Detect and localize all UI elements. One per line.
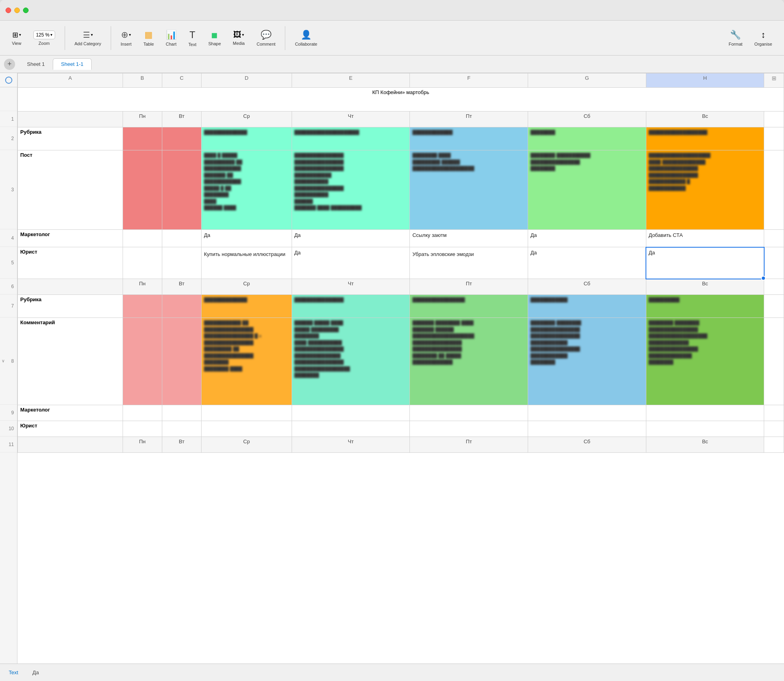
r4-label[interactable]: Маркетолог (18, 230, 123, 247)
r7-e[interactable]: ████████████████ (292, 295, 410, 318)
r11-a[interactable] (18, 437, 123, 453)
add-category-button[interactable]: ☰ ▾ Add Category (71, 28, 105, 48)
r8-e[interactable]: ██████ █████ █████████ █████████████████… (292, 318, 410, 405)
r8-label[interactable]: Комментарий (18, 318, 123, 405)
r1-f[interactable]: Пт (410, 112, 528, 127)
r5-c[interactable] (162, 247, 201, 279)
r5-d[interactable]: Купить нормальные иллюстрации (202, 247, 292, 279)
media-button[interactable]: 🖼 ▾ Media (229, 28, 249, 48)
r3-e[interactable]: ████████████████████████████████████████… (292, 150, 410, 230)
r11-b[interactable]: Пн (123, 437, 162, 453)
chart-button[interactable]: 📊 Chart (162, 27, 181, 49)
r4-b[interactable] (123, 230, 162, 247)
r10-c[interactable] (162, 421, 201, 437)
col-header-f[interactable]: F (410, 73, 528, 88)
text-button[interactable]: T Text (184, 27, 200, 49)
r10-label[interactable]: Юрист (18, 421, 123, 437)
r11-h[interactable]: Вс (646, 437, 764, 453)
spreadsheet-title[interactable]: КП Кофейни» мартобрь (18, 88, 784, 112)
r9-h[interactable] (646, 405, 764, 421)
r5-f[interactable]: Убрать эпловские эмодзи (410, 247, 528, 279)
r11-d[interactable]: Ср (202, 437, 292, 453)
col-header-expand[interactable]: ⊞ (764, 73, 784, 88)
tab-sheet1-1[interactable]: Sheet 1-1 (53, 58, 92, 70)
r6-c[interactable]: Вт (162, 279, 201, 295)
col-header-c[interactable]: C (162, 73, 201, 88)
add-sheet-button[interactable]: + (4, 59, 15, 70)
r3-c[interactable] (162, 150, 201, 230)
r4-d[interactable]: Да (202, 230, 292, 247)
r2-h[interactable]: ███████████████████ (646, 127, 764, 150)
table-container[interactable]: A B C D E F G H ⊞ (17, 73, 784, 664)
maximize-button[interactable] (23, 8, 29, 13)
r2-c[interactable] (162, 127, 201, 150)
r8-b[interactable] (123, 318, 162, 405)
r7-d[interactable]: ██████████████ (202, 295, 292, 318)
r2-b[interactable] (123, 127, 162, 150)
r1-a[interactable] (18, 112, 123, 127)
r2-d[interactable]: ██████████████ (202, 127, 292, 150)
r7-b[interactable] (123, 295, 162, 318)
shape-button[interactable]: ◼ Shape (204, 28, 225, 48)
view-button[interactable]: ⊞ ▾ View (8, 28, 25, 48)
r10-h[interactable] (646, 421, 764, 437)
comment-button[interactable]: 💬 Comment (253, 27, 280, 49)
r11-g[interactable]: Сб (528, 437, 646, 453)
r6-h[interactable]: Вс (646, 279, 764, 295)
r2-f[interactable]: █████████████ (410, 127, 528, 150)
status-text[interactable]: Text (6, 668, 21, 677)
r8-c[interactable] (162, 318, 201, 405)
r3-label[interactable]: Пост (18, 150, 123, 230)
r7-c[interactable] (162, 295, 201, 318)
r4-e[interactable]: Да (292, 230, 410, 247)
r4-g[interactable]: Да (528, 230, 646, 247)
r10-b[interactable] (123, 421, 162, 437)
r1-b[interactable]: Пн (123, 112, 162, 127)
r3-g[interactable]: ████████ ███████████████████████████████… (528, 150, 646, 230)
r1-c[interactable]: Вт (162, 112, 201, 127)
r1-g[interactable]: Сб (528, 112, 646, 127)
r10-f[interactable] (410, 421, 528, 437)
r1-h[interactable]: Вс (646, 112, 764, 127)
r9-e[interactable] (292, 405, 410, 421)
col-header-b[interactable]: B (123, 73, 162, 88)
r9-d[interactable] (202, 405, 292, 421)
r5-g[interactable]: Да (528, 247, 646, 279)
r6-e[interactable]: Чт (292, 279, 410, 295)
tab-sheet1[interactable]: Sheet 1 (19, 59, 53, 69)
r11-f[interactable]: Пт (410, 437, 528, 453)
table-button[interactable]: ▦ Table (139, 27, 158, 49)
r9-f[interactable] (410, 405, 528, 421)
r6-f[interactable]: Пт (410, 279, 528, 295)
r4-h[interactable]: Добавить СТА (646, 230, 764, 247)
r4-c[interactable] (162, 230, 201, 247)
close-button[interactable] (6, 8, 11, 13)
r10-d[interactable] (202, 421, 292, 437)
r3-d[interactable]: ████ █ ███████████████ █████████████████… (202, 150, 292, 230)
col-header-g[interactable]: G (528, 73, 646, 88)
r10-e[interactable] (292, 421, 410, 437)
zoom-control[interactable]: 125 % ▾ (33, 31, 55, 39)
r1-d[interactable]: Ср (202, 112, 292, 127)
organise-button[interactable]: ↕ Organise (750, 27, 776, 49)
r7-label[interactable]: Рубрика (18, 295, 123, 318)
r6-d[interactable]: Ср (202, 279, 292, 295)
r10-g[interactable] (528, 421, 646, 437)
r3-b[interactable] (123, 150, 162, 230)
select-all-button[interactable] (5, 77, 12, 84)
r6-b[interactable]: Пн (123, 279, 162, 295)
r5-b[interactable] (123, 247, 162, 279)
r8-f[interactable]: ███████ ████████ ███████████ ███████████… (410, 318, 528, 405)
r9-g[interactable] (528, 405, 646, 421)
format-button[interactable]: 🔧 Format (725, 27, 747, 49)
minimize-button[interactable] (14, 8, 20, 13)
col-header-d[interactable]: D (202, 73, 292, 88)
r7-g[interactable]: ████████████ (528, 295, 646, 318)
zoom-button[interactable]: 125 % ▾ Zoom (29, 28, 59, 48)
insert-button[interactable]: ⊕ ▾ Insert (117, 27, 136, 49)
r1-e[interactable]: Чт (292, 112, 410, 127)
r4-f[interactable]: Ссылку заютм (410, 230, 528, 247)
collaborate-button[interactable]: 👤 Collaborate (291, 27, 321, 49)
r9-b[interactable] (123, 405, 162, 421)
col-header-e[interactable]: E (292, 73, 410, 88)
